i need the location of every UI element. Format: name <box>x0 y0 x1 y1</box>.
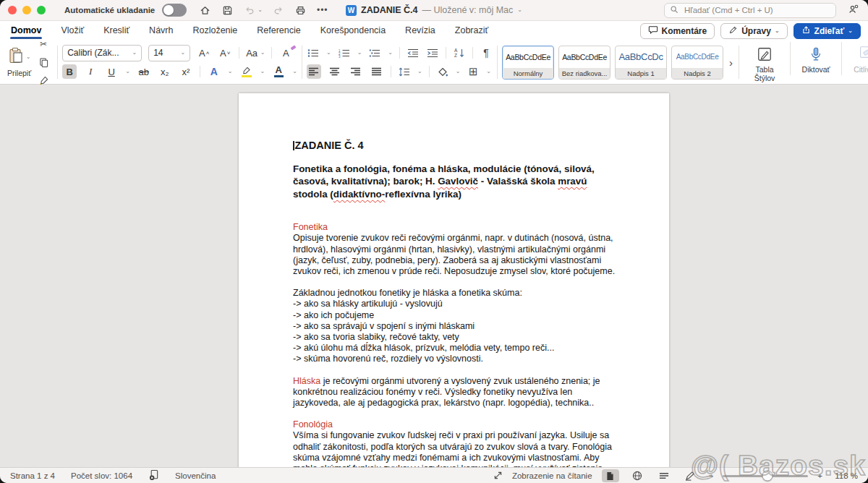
document-area[interactable]: ZADANIE Č. 4Fonetika a fonológia, fonéma… <box>0 85 868 467</box>
zoom-window-button[interactable] <box>37 6 46 14</box>
multilevel-list-chevron-icon[interactable] <box>388 50 393 56</box>
justify-button[interactable] <box>370 64 384 79</box>
search-box[interactable] <box>664 3 836 18</box>
paragraph-spacer <box>293 152 620 163</box>
document-content[interactable]: ZADANIE Č. 4Fonetika a fonológia, fonéma… <box>239 93 669 467</box>
word-app-icon: W <box>346 5 357 16</box>
multilevel-list-icon[interactable] <box>368 46 381 60</box>
save-icon[interactable] <box>221 3 234 17</box>
outline-view-button[interactable] <box>655 469 673 482</box>
paste-button[interactable]: Prilepiť <box>7 47 31 77</box>
tab-korespondencia[interactable]: Korešpondencia <box>320 22 386 40</box>
print-icon[interactable] <box>294 3 307 17</box>
search-input[interactable] <box>683 5 830 15</box>
tab-navrh[interactable]: Návrh <box>148 22 174 40</box>
title-menu-chevron-icon[interactable] <box>517 7 522 13</box>
share-button[interactable]: Zdieľať <box>793 23 861 39</box>
styles-pane-icon <box>757 46 773 63</box>
tab-revizia[interactable]: Revízia <box>404 22 436 40</box>
bullet-list-chevron-icon[interactable] <box>326 50 331 56</box>
numbered-list-chevron-icon[interactable] <box>357 50 362 56</box>
print-layout-view-button[interactable] <box>602 469 619 482</box>
reading-view-label[interactable]: Zobrazenie na čítanie <box>512 471 592 480</box>
doc-paragraph: -> ako sa správajú v spojení s inými hlá… <box>293 321 620 332</box>
document-page[interactable]: ZADANIE Č. 4Fonetika a fonológia, fonéma… <box>239 93 669 467</box>
strikethrough-button[interactable]: ab <box>137 64 151 79</box>
numbered-list-icon[interactable]: 123 <box>338 46 351 60</box>
bullet-list-icon[interactable] <box>307 46 320 60</box>
focus-mode-icon[interactable] <box>493 471 503 482</box>
decrease-indent-icon[interactable] <box>407 46 420 60</box>
zoom-out-button[interactable]: − <box>709 471 714 480</box>
style-heading1[interactable]: AaBbCcDc Nadpis 1 <box>615 46 667 80</box>
zoom-level[interactable]: 118 % <box>832 471 858 480</box>
align-right-button[interactable] <box>349 64 363 79</box>
language-indicator[interactable]: Slovenčina <box>175 471 216 480</box>
clear-formatting-button[interactable]: A <box>278 46 293 60</box>
bold-button[interactable]: B <box>62 64 77 79</box>
copy-icon[interactable] <box>37 55 50 69</box>
page-indicator[interactable]: Strana 1 z 4 <box>10 471 55 480</box>
underline-chevron-icon[interactable] <box>125 69 130 74</box>
highlight-color-button[interactable] <box>239 64 254 79</box>
underline-button[interactable]: U <box>104 64 119 79</box>
editing-mode-button[interactable]: Úpravy <box>720 23 787 39</box>
tab-kreslit[interactable]: Kresliť <box>103 22 130 40</box>
shading-chevron-icon[interactable] <box>456 69 461 74</box>
undo-icon[interactable] <box>243 3 256 17</box>
borders-chevron-icon[interactable] <box>486 69 491 74</box>
dictate-button[interactable]: Diktovať <box>795 42 837 74</box>
change-case-button[interactable]: Aa <box>246 46 265 60</box>
close-window-button[interactable] <box>8 6 17 14</box>
proofing-status-icon[interactable] <box>148 469 159 482</box>
titlebar: Automatické ukladanie ••• <box>0 0 868 21</box>
web-layout-view-button[interactable] <box>629 469 646 482</box>
text-effects-chevron-icon[interactable] <box>228 69 233 74</box>
align-center-button[interactable] <box>328 64 342 79</box>
zoom-slider[interactable] <box>723 475 808 477</box>
redo-icon[interactable] <box>272 3 285 17</box>
style-no-spacing[interactable]: AaBbCcDdEe Bez riadkova... <box>558 46 610 80</box>
font-color-chevron-icon[interactable] <box>292 69 297 74</box>
increase-indent-icon[interactable] <box>426 46 439 60</box>
pilcrow-icon[interactable]: ¶ <box>480 46 493 60</box>
line-spacing-icon[interactable] <box>398 64 411 79</box>
style-heading2[interactable]: AaBbCcDdEe Nadpis 2 <box>671 46 723 80</box>
more-commands-icon[interactable]: ••• <box>317 5 328 15</box>
styles-pane-button[interactable]: Tabla Štýlov <box>744 42 786 82</box>
tab-rozlozenie[interactable]: Rozloženie <box>192 22 238 40</box>
italic-button[interactable]: I <box>83 64 98 79</box>
more-styles-chevron-icon[interactable] <box>728 56 734 69</box>
zoom-in-button[interactable]: + <box>817 471 822 480</box>
font-name-dropdown[interactable]: Calibri (Zák... <box>62 45 142 61</box>
sort-icon[interactable]: AZ <box>453 46 466 60</box>
font-size-dropdown[interactable]: 14 <box>148 45 190 61</box>
font-color-button[interactable]: A <box>271 64 286 79</box>
line-spacing-chevron-icon[interactable] <box>417 69 422 74</box>
share-people-icon[interactable] <box>848 4 859 17</box>
zoom-slider-knob[interactable] <box>762 471 773 482</box>
home-icon[interactable] <box>198 3 211 17</box>
shrink-font-button[interactable]: A˅ <box>218 46 232 60</box>
text-effects-button[interactable]: A <box>207 64 221 79</box>
autosave-toggle[interactable] <box>162 4 187 17</box>
comments-button[interactable]: Komentáre <box>640 23 715 39</box>
align-left-button[interactable] <box>307 64 321 79</box>
word-count[interactable]: Počet slov: 1064 <box>71 471 132 480</box>
undo-menu-chevron-icon[interactable] <box>258 7 263 13</box>
shading-icon[interactable] <box>436 64 449 79</box>
subscript-button[interactable]: x₂ <box>158 64 172 79</box>
borders-icon[interactable]: ⊞ <box>467 64 480 79</box>
tab-zobrazit[interactable]: Zobraziť <box>454 22 489 40</box>
tab-domov[interactable]: Domov <box>10 22 42 40</box>
highlight-chevron-icon[interactable] <box>260 69 265 74</box>
grow-font-button[interactable]: A˄ <box>197 46 211 60</box>
search-icon <box>670 4 678 17</box>
style-normal[interactable]: AaBbCcDdEe Normálny <box>502 46 554 80</box>
paste-chevron-icon[interactable] <box>26 54 31 60</box>
draft-view-button[interactable] <box>682 469 699 482</box>
minimize-window-button[interactable] <box>22 6 31 14</box>
tab-referencie[interactable]: Referencie <box>256 22 301 40</box>
tab-vlozit[interactable]: Vložiť <box>60 22 85 40</box>
superscript-button[interactable]: x² <box>179 64 193 79</box>
